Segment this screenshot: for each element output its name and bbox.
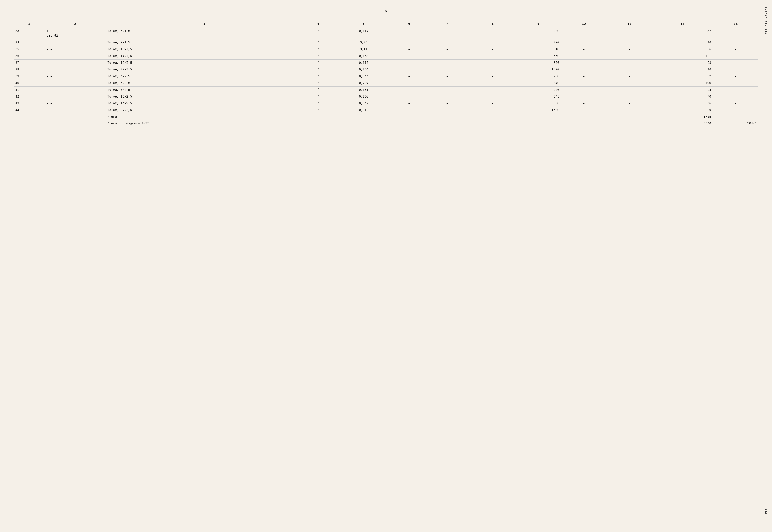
cell-col6: –: [394, 93, 424, 100]
cell-col13: –: [713, 60, 758, 66]
grand-cell-4: [333, 120, 394, 127]
cell-col10: –: [561, 73, 607, 80]
cell-col12: 70: [652, 93, 713, 100]
grand-cell-7: [470, 120, 515, 127]
cell-col8: –: [470, 28, 515, 39]
cell-col7: [424, 93, 470, 100]
cell-col11: –: [607, 60, 652, 66]
cell-col9: I580: [515, 107, 561, 114]
cell-col12: 32: [652, 28, 713, 39]
main-table: I 2 3 4 5 6 7 8 9 IO II I2 I3 33.Ж"– стр…: [14, 20, 758, 127]
itogo-cell-4: [333, 114, 394, 120]
cell-col1: 33.: [14, 28, 45, 39]
cell-col5: 0,294: [333, 80, 394, 87]
itogo-cell-6: [424, 114, 470, 120]
cell-col1: 34.: [14, 39, 45, 46]
table-row: 33.Ж"– стр.52То же, 5хI,5"0,II4–––280––3…: [14, 28, 758, 39]
cell-col12: 96: [652, 39, 713, 46]
cell-col5: 0,IO8: [333, 93, 394, 100]
table-row: 37.–"–То же, I9хI,5"0,0I5–850––I3–: [14, 60, 758, 66]
cell-col13: –: [713, 46, 758, 53]
cell-col13: –: [713, 53, 758, 60]
cell-col5: 0,I68: [333, 53, 394, 60]
cell-col9: 5IO: [515, 46, 561, 53]
cell-col8: [470, 93, 515, 100]
itogo-cell-10: [607, 114, 652, 120]
cell-col7: –: [424, 66, 470, 73]
table-row: 34.–"–То же, 7хI,5"0,26–––370––96–: [14, 39, 758, 46]
cell-col10: –: [561, 66, 607, 73]
itogo-row: ИтогоI795–: [14, 114, 758, 120]
grand-cell-11: 3690: [652, 120, 713, 127]
itogo-cell-7: [470, 114, 515, 120]
table-row: 35.–"–То же, IOхI,5"0,II–––5IO––56–: [14, 46, 758, 53]
cell-col13: –: [713, 28, 758, 39]
cell-col13: –: [713, 93, 758, 100]
cell-col5: 0,II4: [333, 28, 394, 39]
cell-col10: –: [561, 87, 607, 93]
header-col8: 8: [470, 20, 515, 28]
cell-col2: –"–: [45, 73, 105, 80]
cell-col8: –: [470, 46, 515, 53]
cell-col2: –"–: [45, 107, 105, 114]
header-col3: 3: [105, 20, 303, 28]
cell-col10: –: [561, 53, 607, 60]
header-col4: 4: [303, 20, 333, 28]
cell-col8: –: [470, 87, 515, 93]
cell-col5: 0,064: [333, 66, 394, 73]
cell-col12: 36: [652, 100, 713, 107]
cell-col3: То же, 7хI,5: [105, 39, 303, 46]
cell-col3: То же, 27х2,5: [105, 107, 303, 114]
cell-col7: –: [424, 28, 470, 39]
cell-col13: –: [713, 66, 758, 73]
cell-col2: Ж"– стр.52: [45, 28, 105, 39]
table-row: 38.–"–То же, 37хI,5"0,064–––I500––96–: [14, 66, 758, 73]
cell-col5: 0,03I: [333, 87, 394, 93]
cell-col2: –"–: [45, 100, 105, 107]
cell-col12: I9: [652, 107, 713, 114]
cell-col12: 56: [652, 46, 713, 53]
cell-col3: То же, IOхI,5: [105, 46, 303, 53]
cell-col3: То же, 7х2,5: [105, 87, 303, 93]
cell-col4: ": [303, 107, 333, 114]
cell-col6: –: [394, 107, 424, 114]
cell-col6: –: [394, 28, 424, 39]
cell-col5: 0,II: [333, 46, 394, 53]
grand-cell-6: [424, 120, 470, 127]
cell-col7: [424, 60, 470, 66]
cell-col4: ": [303, 28, 333, 39]
cell-col10: –: [561, 39, 607, 46]
cell-col1: 35.: [14, 46, 45, 53]
table-row: 42.–"–То же, IOх2,5"0,IO8–645––70–: [14, 93, 758, 100]
cell-col7: –: [424, 80, 470, 87]
cell-col2: –"–: [45, 93, 105, 100]
cell-col9: 340: [515, 80, 561, 87]
table-row: 40.–"–То же, 5х2,5"0,294––340––IOO–: [14, 80, 758, 87]
grand-cell-3: [303, 120, 333, 127]
cell-col7: –: [424, 53, 470, 60]
cell-col6: –: [394, 39, 424, 46]
grand-cell-12: 564/3: [713, 120, 758, 127]
grand-cell-10: [607, 120, 652, 127]
itogo-cell-5: [394, 114, 424, 120]
cell-col1: 42.: [14, 93, 45, 100]
cell-col1: 39.: [14, 73, 45, 80]
cell-col1: 36.: [14, 53, 45, 60]
cell-col5: 0,0I2: [333, 107, 394, 114]
cell-col3: То же, IOх2,5: [105, 93, 303, 100]
cell-col3: То же, I9хI,5: [105, 60, 303, 66]
cell-col2: –"–: [45, 60, 105, 66]
cell-col3: То же, I4хI,5: [105, 53, 303, 60]
cell-col6: –: [394, 46, 424, 53]
grand-cell-9: [561, 120, 607, 127]
cell-col7: –: [424, 39, 470, 46]
header-col13: I3: [713, 20, 758, 28]
cell-col8: [470, 60, 515, 66]
cell-col7: –: [424, 73, 470, 80]
cell-col9: 645: [515, 93, 561, 100]
cell-col11: –: [607, 39, 652, 46]
header-col9: 9: [515, 20, 561, 28]
itogo-cell-1: [45, 114, 105, 120]
page-number: - 5 -: [14, 9, 758, 13]
cell-col3: То же, 37хI,5: [105, 66, 303, 73]
